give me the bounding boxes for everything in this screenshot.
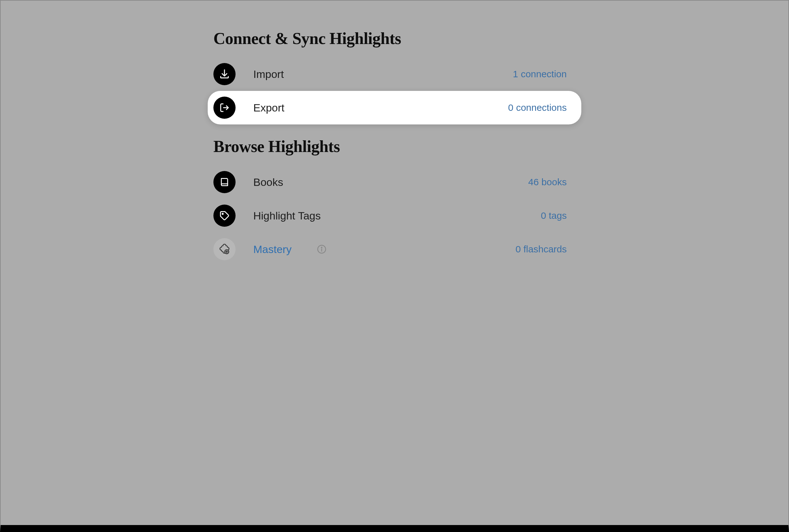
row-meta: 0 tags	[541, 210, 567, 221]
section-title-connect: Connect & Sync Highlights	[213, 29, 581, 48]
section-title-browse: Browse Highlights	[213, 137, 581, 156]
row-meta: 46 books	[528, 177, 567, 188]
tag-icon	[213, 205, 235, 227]
row-meta: 1 connection	[513, 69, 567, 79]
download-icon	[213, 63, 235, 85]
row-books[interactable]: Books 46 books	[208, 165, 581, 199]
row-highlight-tags[interactable]: Highlight Tags 0 tags	[208, 199, 581, 232]
row-label: Highlight Tags	[253, 210, 321, 222]
mastery-icon	[213, 238, 235, 260]
row-label: Import	[253, 68, 284, 80]
info-icon[interactable]	[317, 245, 326, 254]
row-export[interactable]: Export 0 connections	[208, 91, 581, 125]
row-label: Export	[253, 102, 284, 114]
svg-point-0	[222, 213, 223, 214]
export-icon	[213, 97, 235, 119]
book-icon	[213, 171, 235, 193]
row-mastery[interactable]: Mastery 0 flashcards	[208, 232, 581, 266]
svg-point-4	[321, 247, 322, 248]
row-meta: 0 connections	[508, 102, 567, 113]
row-import[interactable]: Import 1 connection	[208, 57, 581, 91]
row-meta: 0 flashcards	[516, 244, 567, 254]
row-label: Books	[253, 176, 283, 188]
row-label: Mastery	[253, 243, 292, 255]
